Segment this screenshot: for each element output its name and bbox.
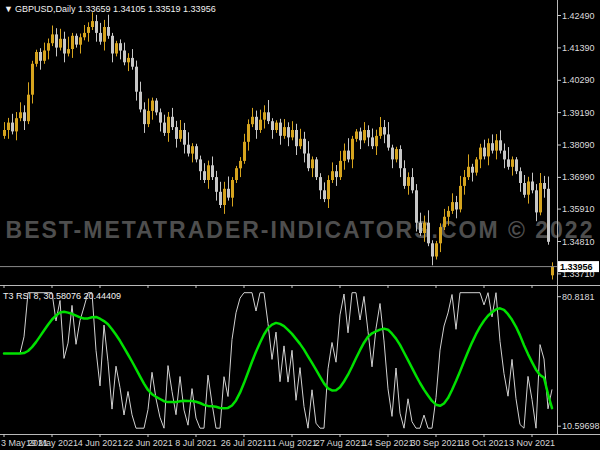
collapse-triangle-icon[interactable]: ▼: [4, 4, 13, 14]
chart-canvas[interactable]: BEST-METATRADER-INDICATORS.COM © 2022 ▼ …: [0, 0, 600, 450]
svg-text:1.41390: 1.41390: [562, 43, 595, 53]
svg-text:26 Jul 2021: 26 Jul 2021: [221, 438, 268, 448]
svg-text:11 Aug 2021: 11 Aug 2021: [267, 438, 317, 448]
svg-text:10.59698: 10.59698: [562, 421, 600, 431]
svg-text:3 Nov 2021: 3 Nov 2021: [509, 438, 555, 448]
svg-text:1.38090: 1.38090: [562, 140, 595, 150]
svg-text:1.39190: 1.39190: [562, 108, 595, 118]
svg-text:27 Aug 2021: 27 Aug 2021: [315, 438, 366, 448]
svg-text:14 Sep 2021: 14 Sep 2021: [362, 438, 413, 448]
indicator-label: T3 RSI 8, 30.58076 20.44409: [3, 291, 121, 301]
svg-text:8 Jul 2021: 8 Jul 2021: [175, 438, 217, 448]
svg-text:1.35910: 1.35910: [562, 204, 595, 214]
symbol-ohlc-label: GBPUSD,Daily 1.33659 1.34105 1.33519 1.3…: [15, 4, 216, 14]
svg-text:4 Jun 2021: 4 Jun 2021: [78, 438, 123, 448]
svg-text:80.8181: 80.8181: [562, 292, 595, 302]
svg-text:1.34810: 1.34810: [562, 237, 595, 247]
svg-text:1.36990: 1.36990: [562, 172, 595, 182]
svg-text:30 Sep 2021: 30 Sep 2021: [410, 438, 461, 448]
svg-text:1.40290: 1.40290: [562, 75, 595, 85]
price-axis[interactable]: 1.424901.413901.402901.391901.380901.369…: [557, 11, 599, 279]
mt4-chart-window: BEST-METATRADER-INDICATORS.COM © 2022 ▼ …: [0, 0, 600, 450]
svg-text:1.42490: 1.42490: [562, 11, 595, 21]
symbol-info-bar: ▼ GBPUSD,Daily 1.33659 1.34105 1.33519 1…: [4, 4, 216, 14]
svg-text:1.33956: 1.33956: [560, 262, 593, 272]
watermark-text: BEST-METATRADER-INDICATORS.COM © 2022: [6, 217, 595, 243]
svg-text:19 May 2021: 19 May 2021: [26, 438, 78, 448]
svg-text:22 Jun 2021: 22 Jun 2021: [123, 438, 173, 448]
svg-text:18 Oct 2021: 18 Oct 2021: [459, 438, 508, 448]
